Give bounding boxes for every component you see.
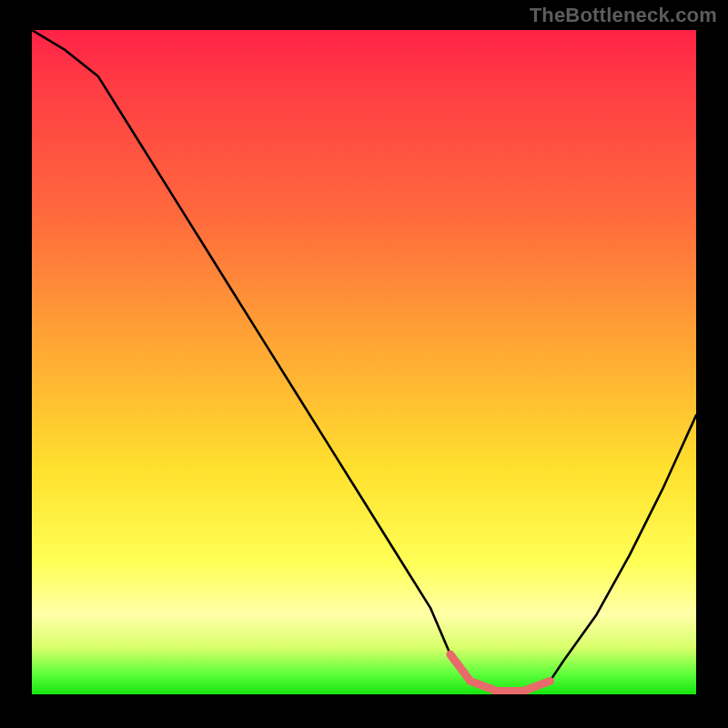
- curve-layer: [32, 30, 696, 694]
- chart-frame: TheBottleneck.com: [0, 0, 728, 728]
- watermark-text: TheBottleneck.com: [530, 4, 717, 27]
- optimal-region-highlight: [450, 654, 551, 691]
- plot-area: [32, 30, 696, 694]
- bottleneck-curve: [32, 30, 696, 691]
